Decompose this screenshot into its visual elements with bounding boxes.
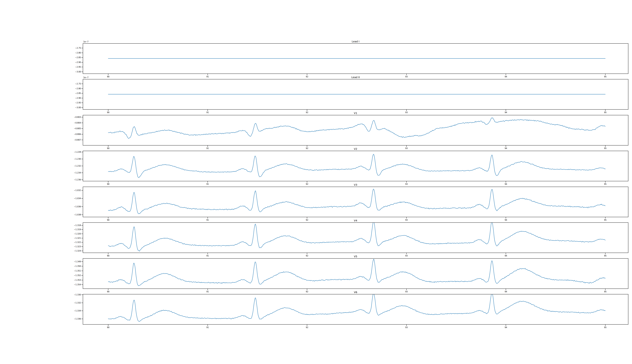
- x-tick-mark: [406, 289, 407, 290]
- y-tick-label: −1.351: [70, 270, 81, 272]
- ecg-trace-canvas: [83, 79, 628, 109]
- y-tick-label: −2.80: [70, 52, 81, 54]
- y-tick-label: −1.319: [70, 228, 81, 231]
- x-tick-mark: [605, 324, 606, 326]
- x-tick-mark: [506, 289, 506, 290]
- x-tick-mark: [605, 146, 606, 147]
- x-tick-mark: [108, 289, 108, 290]
- x-tick-mark: [406, 110, 407, 111]
- y-tick-mark: [82, 206, 83, 207]
- y-tick-mark: [82, 134, 83, 134]
- x-tick-mark: [506, 146, 506, 147]
- x-tick-mark: [605, 110, 606, 111]
- x-tick-mark: [506, 110, 506, 111]
- x-tick-mark: [307, 289, 307, 290]
- ecg-trace-canvas: [83, 223, 628, 253]
- y-tick-mark: [82, 166, 83, 166]
- y-tick-mark: [82, 230, 83, 230]
- subplot-title: V2: [83, 147, 628, 150]
- x-tick-label: 94: [501, 326, 511, 328]
- x-tick-mark: [406, 253, 407, 254]
- x-tick-label: 92: [302, 326, 312, 328]
- y-tick-label: −0.804: [70, 122, 81, 124]
- y-tick-mark: [82, 173, 83, 173]
- y-tick-label: −1.334: [70, 310, 81, 312]
- x-tick-mark: [506, 181, 506, 183]
- x-tick-mark: [406, 146, 407, 147]
- y-tick-label: −0.805: [70, 128, 81, 130]
- x-tick-mark: [406, 74, 407, 75]
- ecg-trace-canvas: [83, 44, 628, 74]
- x-tick-mark: [108, 110, 108, 111]
- x-tick-mark: [605, 74, 606, 75]
- y-tick-mark: [82, 280, 83, 280]
- y-tick-label: −1.332: [70, 302, 81, 304]
- x-tick-mark: [108, 253, 108, 254]
- subplot-title: V4: [83, 219, 628, 222]
- x-tick-mark: [108, 74, 108, 75]
- y-tick-mark: [82, 234, 83, 234]
- x-tick-mark: [605, 217, 606, 218]
- y-tick-mark: [82, 117, 83, 117]
- y-tick-label: −1.034: [70, 197, 81, 200]
- y-tick-label: −1.228: [70, 151, 81, 153]
- y-tick-mark: [82, 48, 83, 48]
- x-tick-label: 95: [600, 326, 610, 328]
- x-tick-mark: [208, 324, 208, 326]
- y-tick-label: −1.032: [70, 189, 81, 192]
- x-tick-mark: [307, 181, 307, 183]
- y-tick-label: −1.230: [70, 158, 81, 160]
- x-tick-mark: [605, 181, 606, 183]
- x-tick-label: 91: [202, 326, 213, 328]
- x-tick-mark: [208, 146, 208, 147]
- x-tick-mark: [506, 74, 506, 75]
- x-tick-mark: [605, 253, 606, 254]
- x-tick-mark: [108, 146, 108, 147]
- ecg-trace-canvas: [83, 294, 628, 324]
- y-tick-mark: [82, 242, 83, 242]
- y-tick-mark: [82, 128, 83, 129]
- y-axis-offset-label: 1e−7: [83, 40, 88, 43]
- y-tick-label: −1.038: [70, 214, 81, 216]
- y-tick-mark: [82, 88, 83, 89]
- subplot-title: V5: [83, 255, 628, 258]
- y-tick-label: −2.90: [70, 61, 81, 64]
- y-tick-label: −0.803: [70, 116, 81, 118]
- y-tick-mark: [82, 53, 83, 53]
- y-tick-mark: [82, 311, 83, 311]
- y-tick-mark: [82, 251, 83, 251]
- y-tick-mark: [82, 67, 83, 67]
- y-tick-label: −3.00: [70, 71, 81, 73]
- y-tick-mark: [82, 159, 83, 159]
- x-tick-mark: [307, 146, 307, 147]
- y-tick-mark: [82, 84, 83, 84]
- y-tick-mark: [82, 262, 83, 262]
- x-tick-mark: [307, 110, 307, 111]
- subplot-title: V3: [83, 183, 628, 186]
- subplot-title: Lead II: [83, 76, 628, 79]
- y-tick-label: −2.75: [70, 83, 81, 85]
- x-tick-mark: [208, 110, 208, 111]
- y-tick-label: −0.806: [70, 133, 81, 135]
- y-tick-label: −1.036: [70, 206, 81, 208]
- y-tick-label: −3.00: [70, 106, 81, 109]
- x-tick-label: 93: [402, 326, 412, 328]
- y-tick-mark: [82, 225, 83, 226]
- x-tick-mark: [208, 74, 208, 75]
- y-tick-mark: [82, 246, 83, 247]
- x-tick-mark: [406, 217, 407, 218]
- y-tick-mark: [82, 62, 83, 62]
- y-axis-offset-label: 1e−7: [83, 76, 88, 78]
- y-tick-label: −1.353: [70, 279, 81, 281]
- subplot-title: V1: [83, 112, 628, 115]
- x-tick-mark: [208, 181, 208, 183]
- y-tick-mark: [82, 271, 83, 271]
- x-tick-mark: [605, 289, 606, 290]
- y-tick-label: −1.321: [70, 237, 81, 239]
- y-tick-label: −1.236: [70, 178, 81, 181]
- y-tick-label: −2.80: [70, 88, 81, 90]
- x-tick-mark: [506, 217, 506, 218]
- x-tick-mark: [208, 217, 208, 218]
- x-tick-mark: [406, 181, 407, 183]
- y-tick-label: −2.90: [70, 97, 81, 99]
